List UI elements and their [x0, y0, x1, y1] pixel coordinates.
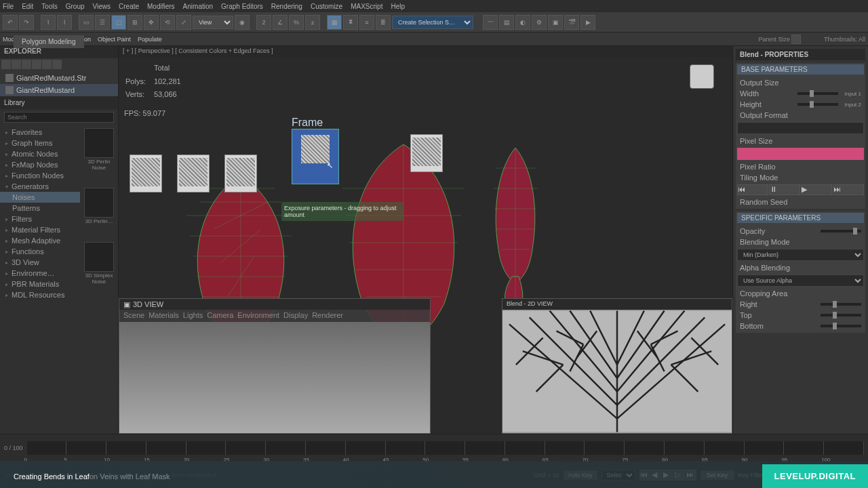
lib-matfilters[interactable]: ▸Material Filters: [0, 224, 80, 235]
named-selection-button[interactable]: ▦: [327, 15, 342, 30]
lib-environment[interactable]: ▸Environme…: [0, 268, 80, 279]
scene-file-item[interactable]: GiantRedMustard.Str: [0, 72, 118, 84]
specific-params-header[interactable]: SPECIFIC PARAMETERS: [737, 213, 864, 223]
btn-play[interactable]: ▶: [801, 184, 832, 195]
menu-views[interactable]: Views: [93, 3, 111, 10]
thumb-simplex[interactable]: 3D Simplex Noise: [83, 242, 115, 299]
select-name-button[interactable]: ☰: [95, 15, 110, 30]
menu-help[interactable]: Help: [391, 3, 405, 10]
menu-edit[interactable]: Edit: [22, 3, 33, 10]
viewport-label[interactable]: [ + ] [ Perspective ] [ Consistent Color…: [119, 46, 732, 57]
explorer-tool-4[interactable]: [32, 60, 41, 69]
render-button[interactable]: 🎬: [564, 15, 579, 30]
pixel-size-bar[interactable]: [737, 148, 864, 160]
redo-button[interactable]: ↷: [19, 15, 34, 30]
window-crossing-button[interactable]: ⊞: [127, 15, 142, 30]
lib-noises[interactable]: Noises: [0, 192, 80, 203]
pivot-button[interactable]: ◉: [235, 15, 250, 30]
menu-maxscript[interactable]: MAXScript: [351, 3, 382, 10]
v3d-env[interactable]: Environment: [237, 311, 279, 321]
viewcube-face[interactable]: [690, 64, 714, 89]
v3d-scene[interactable]: Scene: [123, 311, 144, 321]
explorer-tool-2[interactable]: [12, 60, 21, 69]
graph-node-3[interactable]: [224, 155, 257, 192]
graph-node-output[interactable]: [410, 134, 443, 172]
width-slider[interactable]: [797, 92, 838, 95]
menu-animation[interactable]: Animation: [183, 3, 213, 10]
crop-top-slider[interactable]: [821, 314, 861, 317]
snap-percent-button[interactable]: %: [289, 15, 304, 30]
lib-mesh[interactable]: ▸Mesh Adaptive: [0, 235, 80, 246]
menu-grapheditors[interactable]: Graph Editors: [221, 3, 263, 10]
menu-file[interactable]: File: [3, 3, 14, 10]
v3d-camera[interactable]: Camera: [207, 311, 233, 321]
modifier-list-dropdown[interactable]: [737, 122, 864, 134]
view2d-panel[interactable]: Blend - 2D VIEW: [502, 298, 732, 434]
lib-filters[interactable]: ▸Filters: [0, 214, 80, 224]
select-region-button[interactable]: ▢: [111, 15, 126, 30]
crop-right-slider[interactable]: [821, 303, 861, 306]
btn-pause[interactable]: ⏸: [769, 184, 800, 195]
alpha-blending-select[interactable]: Use Source Alpha: [737, 274, 864, 287]
v3d-lights[interactable]: Lights: [183, 311, 203, 321]
v3d-materials[interactable]: Materials: [149, 311, 179, 321]
undo-button[interactable]: ↶: [3, 15, 18, 30]
menu-create[interactable]: Create: [119, 3, 139, 10]
explorer-tool-5[interactable]: [42, 60, 52, 69]
menu-rendering[interactable]: Rendering: [271, 3, 302, 10]
crop-bottom-slider[interactable]: [821, 325, 861, 327]
lib-patterns[interactable]: Patterns: [0, 203, 80, 214]
v3d-renderer[interactable]: Renderer: [312, 311, 343, 321]
menu-tools[interactable]: Tools: [41, 3, 57, 10]
height-slider[interactable]: [797, 103, 838, 106]
lib-fxmap[interactable]: ▸FxMap Nodes: [0, 159, 80, 170]
menu-modifiers[interactable]: Modifiers: [147, 3, 175, 10]
lib-functions[interactable]: ▸Functions: [0, 246, 80, 257]
view3d-panel[interactable]: ▣3D VIEW Scene Materials Lights Camera E…: [119, 298, 431, 434]
snap-angle-button[interactable]: ∠: [273, 15, 288, 30]
viewcube[interactable]: [685, 60, 719, 94]
explorer-tool-3[interactable]: [22, 60, 31, 69]
view2d-content[interactable]: [502, 310, 732, 433]
thumb-perlin2[interactable]: 3D Perlin…: [83, 188, 115, 239]
snap-2d-button[interactable]: 2: [256, 15, 271, 30]
parent-size-icon[interactable]: [791, 35, 801, 44]
lib-favorites[interactable]: ▸Favorites: [0, 127, 80, 138]
btn-next[interactable]: ⏭: [833, 184, 864, 195]
lib-graph-items[interactable]: ▸Graph Items: [0, 138, 80, 148]
menu-group[interactable]: Group: [66, 3, 85, 10]
render-setup-button[interactable]: ⚙: [532, 15, 547, 30]
move-button[interactable]: ✥: [144, 15, 159, 30]
spinner-snap-button[interactable]: ±: [305, 15, 320, 30]
render-frame-button[interactable]: ▣: [548, 15, 563, 30]
lib-mdl[interactable]: ▸MDL Resources: [0, 289, 80, 300]
curve-editor-button[interactable]: 〰: [483, 15, 498, 30]
lib-function[interactable]: ▸Function Nodes: [0, 170, 80, 181]
scale-button[interactable]: ⤢: [176, 15, 191, 30]
thumb-perlin[interactable]: 3D Perlin Noise: [83, 128, 115, 185]
mirror-button[interactable]: ⧗: [343, 15, 358, 30]
select-button[interactable]: ▭: [79, 15, 94, 30]
base-params-header[interactable]: BASE PARAMETERS: [737, 64, 864, 75]
schematic-button[interactable]: ▤: [499, 15, 514, 30]
align-button[interactable]: ≡: [359, 15, 374, 30]
quick-render-button[interactable]: ▶: [580, 15, 595, 30]
library-search-input[interactable]: [4, 112, 114, 123]
graph-node-2[interactable]: [177, 155, 210, 192]
frame-node[interactable]: [292, 129, 339, 184]
tab-populate[interactable]: Populate: [138, 36, 162, 43]
btn-prev[interactable]: ⏮: [737, 184, 768, 195]
lib-pbr[interactable]: ▸PBR Materials: [0, 279, 80, 289]
lib-generators[interactable]: ▾Generators: [0, 181, 80, 192]
ref-coord-dropdown[interactable]: View: [193, 16, 233, 29]
thumbnails-label[interactable]: Thumbnails: All: [824, 36, 865, 43]
timeline[interactable]: 0 / 100 0 5 10 15 20 25 30 35 40 45 50 5…: [0, 434, 868, 461]
rotate-button[interactable]: ⟲: [160, 15, 175, 30]
material-editor-button[interactable]: ◐: [515, 15, 530, 30]
explorer-tool-6[interactable]: [52, 60, 62, 69]
lib-atomic[interactable]: ▸Atomic Nodes: [0, 148, 80, 159]
unlink-button[interactable]: ⌇: [57, 15, 72, 30]
view3d-content[interactable]: [119, 322, 430, 433]
blending-mode-select[interactable]: Min (Darken): [737, 249, 864, 261]
opacity-slider[interactable]: [821, 230, 861, 232]
